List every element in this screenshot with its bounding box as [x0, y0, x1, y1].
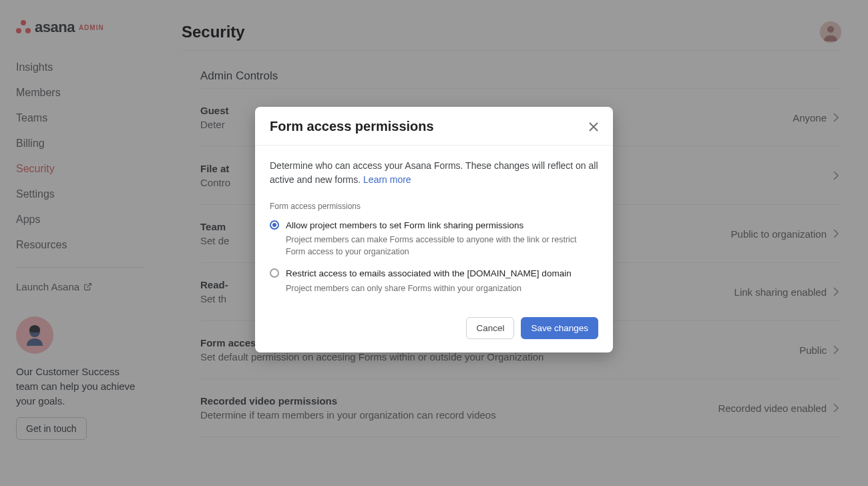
dialog-header: Form access permissions [255, 107, 613, 146]
dialog-body: Determine who can access your Asana Form… [255, 146, 613, 308]
dialog-title: Form access permissions [270, 119, 434, 134]
form-access-dialog: Form access permissions Determine who ca… [255, 107, 613, 352]
option-desc: Project members can only share Forms wit… [286, 283, 572, 295]
learn-more-link[interactable]: Learn more [363, 174, 411, 185]
close-icon [589, 122, 598, 132]
option-desc: Project members can make Forms accessibl… [286, 234, 598, 258]
dialog-subhead: Form access permissions [270, 200, 598, 212]
radio-icon [270, 268, 279, 278]
cancel-button[interactable]: Cancel [466, 317, 514, 339]
option-allow-members[interactable]: Allow project members to set Form link s… [270, 219, 598, 258]
dialog-description: Determine who can access your Asana Form… [270, 160, 598, 185]
dialog-footer: Cancel Save changes [255, 308, 613, 352]
modal-overlay[interactable]: Form access permissions Determine who ca… [0, 0, 868, 486]
option-restrict-domain[interactable]: Restrict access to emails associated wit… [270, 267, 598, 294]
close-button[interactable] [589, 122, 598, 132]
option-label: Allow project members to set Form link s… [286, 219, 598, 232]
radio-icon [270, 220, 279, 230]
option-label: Restrict access to emails associated wit… [286, 267, 572, 280]
save-button[interactable]: Save changes [521, 317, 598, 339]
